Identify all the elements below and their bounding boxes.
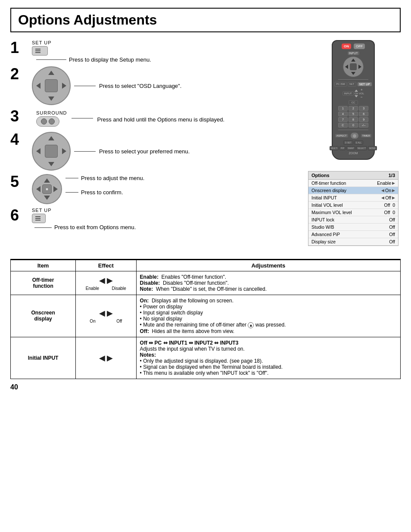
dpad5-right-arrow [53, 186, 58, 192]
table-header-adjustments: Adjustments [136, 260, 400, 271]
remote-off-button[interactable]: OFF [354, 44, 365, 49]
table-row-off-timer: Off-timerfunction ◀ ▶ Enable Disable Ena… [11, 271, 401, 295]
setup-button-1[interactable] [32, 46, 48, 56]
options-row-8-val: Off [389, 239, 395, 244]
remote-btn-1[interactable]: 1 [338, 106, 348, 111]
remote-surround-btn[interactable]: ◎ [350, 132, 359, 139]
svg-rect-0 [35, 49, 40, 50]
options-row-5-val: Off [389, 217, 395, 222]
step-6-setup-label: SET UP [32, 208, 52, 213]
remote-btn-dash[interactable]: -/-- [359, 123, 368, 128]
remote-ch-up[interactable] [355, 90, 358, 92]
remote-btn-9[interactable]: 9 [359, 117, 368, 122]
table-row-onscreen: Onscreendisplay ◀ ▶ On Off On: Displays … [11, 295, 401, 337]
dpad4-up-arrow [48, 136, 54, 140]
options-row-0-val: Enable ▶ [377, 180, 395, 186]
remote-setup-btn[interactable]: SET UP [357, 82, 372, 87]
options-row-1-label: Onscreen display [311, 188, 346, 193]
step-6: 6 SET UP Press [10, 208, 306, 230]
step-4-instruction: Press to select your preferred menu. [99, 148, 190, 155]
remote-pc-btn[interactable]: PC ISM [334, 82, 347, 87]
dpad-step5[interactable]: ■ [32, 174, 62, 204]
remote-vol-minus[interactable]: − [361, 95, 363, 99]
dpad4-center[interactable] [45, 145, 58, 158]
table-row-initial-input: Initial INPUT ◀ ▶ Off ⇔ PC ⇔ INPUT1 ⇔ IN… [11, 337, 401, 379]
step-6-instruction: Press to exit from Options menu. [54, 224, 136, 230]
dpad5-up-arrow [44, 178, 50, 183]
options-row-3-val: Off 0 [384, 202, 395, 208]
remote-timer-btn[interactable]: TIMER [361, 134, 372, 138]
dpad-center[interactable] [45, 79, 58, 92]
remote-swap-btn[interactable]: SWAP [346, 146, 355, 150]
remote-pip-btn[interactable]: PIP [339, 146, 346, 150]
remote-btn-8[interactable]: 8 [349, 117, 358, 122]
dpad-step2[interactable] [32, 66, 71, 105]
adj-note-bold: Note: [140, 286, 153, 292]
remote-dpad[interactable] [343, 56, 364, 77]
remote-dpad-center[interactable] [350, 63, 357, 70]
step-3-line [72, 118, 93, 118]
step-5-instruction-top: Press to adjust the menu. [81, 175, 144, 181]
right-column: ON OFF INPUT PC ISM SET [306, 40, 401, 246]
table-item-initial-input: Initial INPUT [11, 337, 76, 379]
right-arrow-onscreen: ▶ [107, 308, 113, 318]
remote-ch-down[interactable] [355, 95, 358, 97]
right-arrow-initial: ▶ [107, 353, 113, 363]
table-effect-onscreen: ◀ ▶ On Off [76, 295, 136, 337]
menu-icon [35, 48, 41, 54]
remote-on-button[interactable]: ON [342, 44, 351, 49]
remote-dpad-up [351, 59, 355, 62]
setup-button-6[interactable] [32, 214, 46, 223]
step-2-instruction: Press to select "OSD Language". [99, 83, 181, 89]
remote-vol-plus[interactable]: + [361, 88, 363, 92]
table-adj-off-timer: Enable: Enables "Off-timer function". Di… [136, 271, 400, 295]
options-row-1-val: ◀ On ▶ [381, 188, 395, 193]
remote-btn-4[interactable]: 4 [338, 112, 348, 116]
table-adj-initial-input: Off ⇔ PC ⇔ INPUT1 ⇔ INPUT2 ⇔ INPUT3 Adju… [136, 337, 400, 379]
remote-btn-c[interactable]: C [338, 123, 348, 128]
remote-multi-btn[interactable]: MULTI [330, 146, 339, 150]
dpad-step4[interactable] [32, 132, 71, 171]
options-row-6-val: Off [389, 224, 395, 230]
options-row-5: INPUT lock Off [308, 216, 398, 224]
step-2-number: 2 [10, 66, 29, 82]
remote-select-btn[interactable]: SELECT [356, 146, 367, 150]
remote-move-btn[interactable]: MOVE [368, 146, 377, 150]
menu-icon-6 [35, 215, 41, 221]
remote-btn-3[interactable]: 3 [359, 106, 368, 111]
remote-btn-5[interactable]: 5 [349, 112, 358, 116]
svg-rect-4 [35, 218, 40, 219]
step-3-instruction: Press and hold until the Options menu is… [97, 116, 225, 123]
adj-on-bold: On: [140, 298, 149, 304]
svg-rect-1 [35, 50, 40, 51]
remote-d-set[interactable]: D SET [343, 140, 353, 145]
step-1: 1 SET UP [10, 40, 306, 63]
remote-btn-0[interactable]: 0 [349, 123, 358, 128]
remote-cc-btn[interactable]: CC [349, 100, 358, 105]
remote-input-area: INPUT [348, 51, 359, 55]
options-menu-box: Options 1/3 Off-timer function Enable ▶ … [308, 171, 399, 246]
dpad4-down-arrow [48, 162, 54, 166]
effect-on-label: On [90, 319, 95, 324]
effect-off-label: Off [116, 319, 122, 324]
surround-button[interactable] [36, 116, 59, 127]
remote-btn-6[interactable]: 6 [359, 112, 368, 116]
remote-btn-7[interactable]: 7 [338, 117, 348, 122]
left-arrow: ◀ [99, 276, 105, 285]
table-item-onscreen: Onscreendisplay [11, 295, 76, 337]
options-row-0: Off-timer function Enable ▶ [308, 180, 398, 187]
remote-aspect-btn[interactable]: ASPECT [335, 134, 349, 138]
step-5-number: 5 [10, 174, 29, 190]
dpad5-center[interactable]: ■ [42, 184, 52, 194]
steps-column: 1 SET UP [10, 40, 306, 246]
remote-input-btn[interactable]: INPUT [342, 91, 354, 96]
remote-dpad-down [351, 72, 355, 75]
options-row-3: Initial VOL level Off 0 [308, 202, 398, 209]
dpad4-left-arrow [36, 148, 40, 154]
step-4-line [74, 151, 96, 152]
effect-enable-label: Enable [86, 286, 99, 291]
remote-set-btn[interactable]: SET [348, 82, 356, 87]
remote-btn-2[interactable]: 2 [349, 106, 358, 111]
remote-e-all[interactable]: E ALL [354, 140, 363, 145]
options-row-2-val: ◀ Off ▶ [381, 195, 395, 200]
